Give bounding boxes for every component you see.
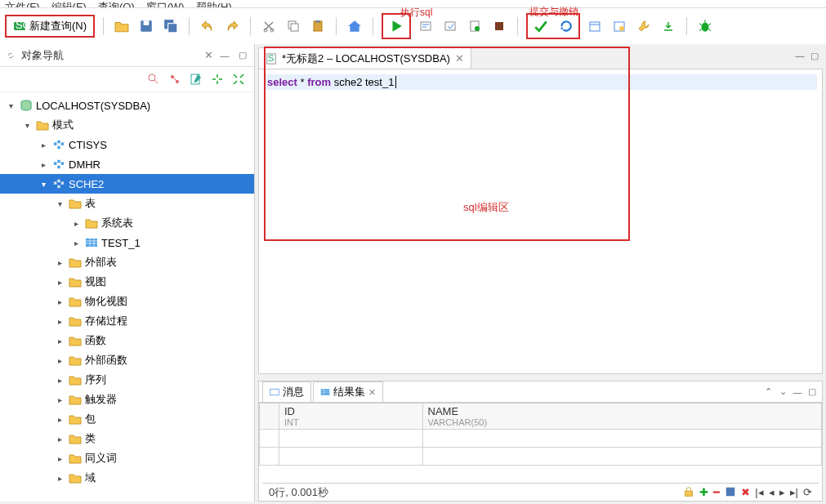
close-tab-icon[interactable]: ✕ <box>204 49 213 61</box>
maximize-icon[interactable]: ▢ <box>808 49 821 62</box>
tree-connection[interactable]: ▾ LOCALHOST(SYSDBA) <box>0 96 254 115</box>
undo-icon[interactable] <box>198 16 217 36</box>
object-tree[interactable]: ▾ LOCALHOST(SYSDBA) ▾ 模式 ▸ CTISYS ▸ DMHR… <box>0 92 254 502</box>
link-nav-icon[interactable] <box>167 72 182 87</box>
sort-asc-icon[interactable]: ⌃ <box>761 386 775 399</box>
cancel-grid-icon[interactable]: ✖ <box>741 486 750 498</box>
chevron-down-icon[interactable]: ▾ <box>54 199 65 208</box>
last-row-icon[interactable]: ▸| <box>790 486 798 498</box>
export-icon[interactable] <box>659 16 678 36</box>
tab-messages[interactable]: 消息 <box>262 381 311 402</box>
menu-file[interactable]: 文件(F) <box>5 0 40 7</box>
chevron-right-icon[interactable]: ▸ <box>54 454 65 463</box>
tree-schema-group[interactable]: ▾ 模式 <box>0 115 254 135</box>
schedule-icon[interactable] <box>609 16 629 36</box>
tree-folder-5[interactable]: ▸外部函数 <box>0 350 254 370</box>
home-icon[interactable] <box>345 16 364 36</box>
chevron-right-icon[interactable]: ▸ <box>54 376 65 385</box>
chevron-right-icon[interactable]: ▸ <box>54 258 65 267</box>
tree-system-tables[interactable]: ▸ 系统表 <box>0 213 254 233</box>
minimize-icon[interactable]: — <box>793 49 806 62</box>
results-grid[interactable]: IDINT NAMEVARCHAR(50) <box>259 403 822 483</box>
chevron-right-icon[interactable]: ▸ <box>54 278 65 287</box>
next-row-icon[interactable]: ▸ <box>779 486 785 498</box>
tree-folder-11[interactable]: ▸域 <box>0 468 254 488</box>
maximize-icon[interactable]: ▢ <box>806 386 819 399</box>
refresh-grid-icon[interactable]: ⟳ <box>803 486 812 498</box>
maximize-icon[interactable]: ▢ <box>236 49 249 62</box>
format-icon[interactable] <box>465 16 484 36</box>
copy-icon[interactable] <box>284 16 303 36</box>
prev-row-icon[interactable]: ◂ <box>769 486 775 498</box>
tree-tables-group[interactable]: ▾ 表 <box>0 194 254 213</box>
menu-edit[interactable]: 编辑(E) <box>51 0 87 7</box>
tree-folder-7[interactable]: ▸触发器 <box>0 390 254 409</box>
save-grid-icon[interactable] <box>725 486 736 498</box>
tree-table-test1[interactable]: ▸ TEST_1 <box>0 233 254 252</box>
tree-schema-dmhr[interactable]: ▸ DMHR <box>0 154 254 174</box>
sort-desc-icon[interactable]: ⌄ <box>776 386 789 399</box>
tree-folder-10[interactable]: ▸同义词 <box>0 448 254 468</box>
new-query-button[interactable]: SQL 新建查询(N) <box>5 15 95 38</box>
menu-help[interactable]: 帮助(H) <box>196 0 232 7</box>
chevron-down-icon[interactable]: ▾ <box>21 121 33 130</box>
table-row[interactable] <box>260 430 822 448</box>
sql-editor[interactable]: select * from sche2 test_1 sql编辑区 <box>258 69 823 374</box>
chevron-right-icon[interactable]: ▸ <box>70 219 82 228</box>
expand-icon[interactable] <box>231 72 246 87</box>
chevron-right-icon[interactable]: ▸ <box>54 474 65 483</box>
filter-icon[interactable] <box>146 72 161 87</box>
chevron-down-icon[interactable]: ▾ <box>5 101 16 110</box>
tree-schema-sche2[interactable]: ▾ SCHE2 <box>0 174 254 194</box>
close-tab-icon[interactable]: ✕ <box>368 387 376 398</box>
tree-folder-6[interactable]: ▸序列 <box>0 370 254 390</box>
chevron-right-icon[interactable]: ▸ <box>38 140 49 149</box>
tab-resultset[interactable]: 结果集 ✕ <box>313 381 383 402</box>
debug-icon[interactable] <box>695 16 715 36</box>
tree-folder-8[interactable]: ▸包 <box>0 409 254 429</box>
commit-icon[interactable] <box>531 16 551 36</box>
minimize-icon[interactable]: — <box>218 49 231 62</box>
tree-folder-3[interactable]: ▸存储过程 <box>0 311 254 331</box>
tree-schema-ctisys[interactable]: ▸ CTISYS <box>0 135 254 154</box>
lock-icon[interactable] <box>683 486 694 498</box>
rollback-icon[interactable] <box>556 16 575 36</box>
menu-window[interactable]: 窗口(W) <box>146 0 185 7</box>
tree-folder-1[interactable]: ▸视图 <box>0 272 254 292</box>
chevron-right-icon[interactable]: ▸ <box>38 160 49 169</box>
wrench-icon[interactable] <box>634 16 654 36</box>
open-icon[interactable] <box>112 16 132 36</box>
tree-folder-2[interactable]: ▸物化视图 <box>0 292 254 311</box>
chevron-right-icon[interactable]: ▸ <box>54 317 65 326</box>
menu-query[interactable]: 查询(Q) <box>98 0 135 7</box>
exec-script-icon[interactable] <box>440 16 460 36</box>
save-all-icon[interactable] <box>161 16 181 36</box>
cut-icon[interactable] <box>259 16 279 36</box>
chevron-right-icon[interactable]: ▸ <box>70 239 82 248</box>
tree-folder-9[interactable]: ▸类 <box>0 429 254 448</box>
chevron-right-icon[interactable]: ▸ <box>54 415 65 424</box>
tree-folder-0[interactable]: ▸外部表 <box>0 252 254 272</box>
minimize-icon[interactable]: — <box>791 386 804 399</box>
chevron-right-icon[interactable]: ▸ <box>54 395 65 404</box>
redo-icon[interactable] <box>222 16 242 36</box>
table-row[interactable] <box>260 448 822 466</box>
tree-folder-4[interactable]: ▸函数 <box>0 331 254 350</box>
chevron-right-icon[interactable]: ▸ <box>54 337 65 346</box>
chevron-right-icon[interactable]: ▸ <box>54 435 65 444</box>
save-icon[interactable] <box>136 16 156 36</box>
column-header-name[interactable]: NAMEVARCHAR(50) <box>422 404 821 430</box>
editor-tab[interactable]: S *无标题2 – LOCALHOST(SYSDBA) ✕ <box>258 47 471 69</box>
chevron-right-icon[interactable]: ▸ <box>54 297 65 306</box>
column-header-id[interactable]: IDINT <box>279 404 423 430</box>
delete-row-icon[interactable]: ━ <box>713 486 720 498</box>
chevron-down-icon[interactable]: ▾ <box>38 180 49 189</box>
paste-icon[interactable] <box>308 16 328 36</box>
first-row-icon[interactable]: |◂ <box>755 486 763 498</box>
calendar-icon[interactable] <box>585 16 605 36</box>
edit-nav-icon[interactable] <box>189 72 203 87</box>
close-tab-icon[interactable]: ✕ <box>455 52 464 65</box>
chevron-right-icon[interactable]: ▸ <box>54 356 65 365</box>
add-row-icon[interactable]: ✚ <box>699 486 708 498</box>
collapse-icon[interactable] <box>210 72 225 87</box>
